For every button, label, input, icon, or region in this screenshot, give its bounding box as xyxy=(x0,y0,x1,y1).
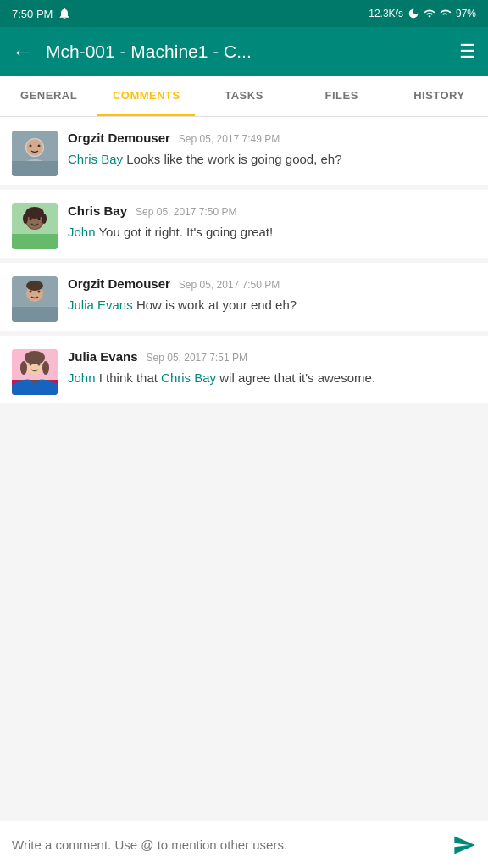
comment-body: Julia Evans How is work at your end eh? xyxy=(68,296,476,315)
svg-point-15 xyxy=(42,214,47,224)
app-bar: ← Mch-001 - Machine1 - C... ☰ xyxy=(0,27,488,76)
comments-list: Orgzit Demouser Sep 05, 2017 7:49 PM Chr… xyxy=(0,117,488,821)
comment-content: Chris Bay Sep 05, 2017 7:50 PM John You … xyxy=(68,203,476,242)
svg-point-28 xyxy=(20,361,27,375)
mention: John xyxy=(68,225,96,239)
comment-content: Julia Evans Sep 05, 2017 7:51 PM John I … xyxy=(68,349,476,388)
send-button[interactable] xyxy=(452,833,476,857)
svg-point-5 xyxy=(38,145,41,147)
comment-header: Julia Evans Sep 05, 2017 7:51 PM xyxy=(68,349,476,364)
comment-time: Sep 05, 2017 7:49 PM xyxy=(179,133,280,145)
tab-tasks[interactable]: TASKS xyxy=(195,76,292,116)
comment-item: Julia Evans Sep 05, 2017 7:51 PM John I … xyxy=(0,336,488,403)
comment-author: Chris Bay xyxy=(68,203,127,218)
status-time: 7:50 PM xyxy=(12,7,71,20)
comment-input[interactable] xyxy=(12,837,444,852)
comment-body: John I think that Chris Bay wil agree th… xyxy=(68,369,476,388)
notification-icon xyxy=(58,7,71,20)
svg-point-27 xyxy=(25,351,45,364)
svg-point-3 xyxy=(26,139,43,156)
mention: John xyxy=(68,370,96,385)
svg-point-21 xyxy=(26,281,43,291)
comment-body: John You got it right. It's going great! xyxy=(68,223,476,242)
comment-time: Sep 05, 2017 7:51 PM xyxy=(147,352,247,364)
comment-content: Orgzit Demouser Sep 05, 2017 7:50 PM Jul… xyxy=(68,276,476,315)
svg-point-18 xyxy=(30,291,32,293)
back-button[interactable]: ← xyxy=(12,41,34,63)
comment-author: Orgzit Demouser xyxy=(68,131,170,145)
svg-point-29 xyxy=(42,361,49,375)
comment-header: Orgzit Demouser Sep 05, 2017 7:50 PM xyxy=(68,276,476,291)
comment-author: Orgzit Demouser xyxy=(68,276,170,291)
svg-rect-6 xyxy=(12,161,58,176)
svg-point-13 xyxy=(25,207,44,219)
time-display: 7:50 PM xyxy=(12,8,53,20)
avatar xyxy=(12,203,58,249)
battery-level: 97% xyxy=(456,8,476,19)
svg-rect-12 xyxy=(12,234,58,249)
send-icon xyxy=(452,833,476,857)
mention: Julia Evans xyxy=(68,298,133,312)
svg-rect-20 xyxy=(12,307,58,322)
comment-time: Sep 05, 2017 7:50 PM xyxy=(136,206,236,218)
comment-body: Chris Bay Looks like the work is going g… xyxy=(68,150,476,170)
comment-item: Orgzit Demouser Sep 05, 2017 7:49 PM Chr… xyxy=(0,117,488,185)
comment-header: Chris Bay Sep 05, 2017 7:50 PM xyxy=(68,203,476,218)
network-speed: 12.3K/s xyxy=(369,8,403,19)
avatar xyxy=(12,276,58,322)
tab-general[interactable]: GENERAL xyxy=(0,76,97,116)
comment-author: Julia Evans xyxy=(68,349,138,364)
moon-icon xyxy=(408,8,419,19)
status-bar: 7:50 PM 12.3K/s 97% xyxy=(0,0,488,27)
svg-point-14 xyxy=(23,214,28,224)
tab-bar: GENERAL COMMENTS TASKS FILES HISTORY xyxy=(0,76,488,117)
avatar xyxy=(12,349,58,395)
status-indicators: 12.3K/s 97% xyxy=(369,8,476,19)
tab-comments[interactable]: COMMENTS xyxy=(97,76,195,116)
app-bar-title: Mch-001 - Machine1 - C... xyxy=(46,42,447,62)
tab-history[interactable]: HISTORY xyxy=(391,76,488,116)
comment-time: Sep 05, 2017 7:50 PM xyxy=(179,279,280,291)
svg-point-4 xyxy=(30,145,32,147)
comment-input-bar xyxy=(0,821,488,868)
mention: Chris Bay xyxy=(161,370,216,385)
comment-header: Orgzit Demouser Sep 05, 2017 7:49 PM xyxy=(68,131,476,145)
wifi-icon xyxy=(424,8,435,19)
signal-icon xyxy=(440,8,452,19)
tab-files[interactable]: FILES xyxy=(293,76,391,116)
avatar xyxy=(12,131,58,176)
comment-item: Chris Bay Sep 05, 2017 7:50 PM John You … xyxy=(0,190,488,258)
comment-content: Orgzit Demouser Sep 05, 2017 7:49 PM Chr… xyxy=(68,131,476,170)
comment-item: Orgzit Demouser Sep 05, 2017 7:50 PM Jul… xyxy=(0,263,488,331)
mention: Chris Bay xyxy=(68,152,123,166)
menu-button[interactable]: ☰ xyxy=(459,41,476,63)
svg-point-19 xyxy=(38,291,41,293)
